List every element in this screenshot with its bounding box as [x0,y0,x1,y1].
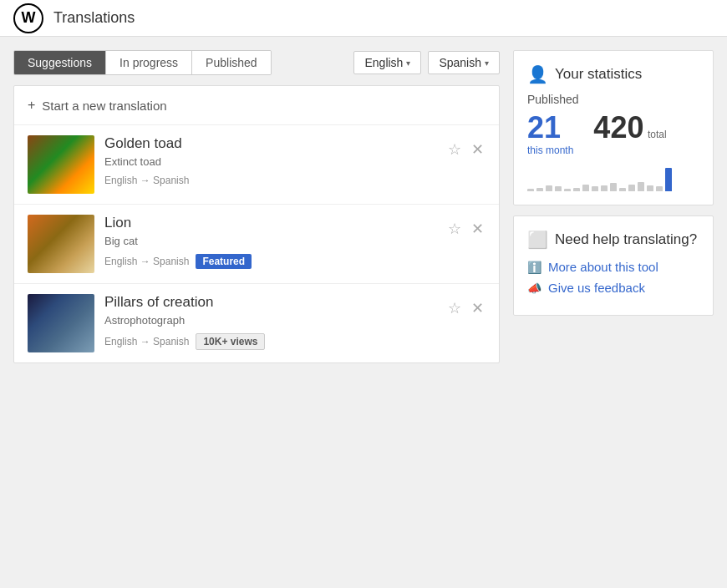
article-thumbnail [28,215,94,273]
article-lang: English → Spanish [104,336,189,347]
views-badge: 10K+ views [196,333,265,350]
stat-total-value: 420 [593,110,643,144]
article-actions: ☆✕ [446,215,486,240]
stat-this-month: 21 this month [527,113,573,156]
stat-total-label: total [648,129,667,140]
article-meta: English → Spanish [104,175,436,186]
article-info: Golden toadExtinct toadEnglish → Spanish [104,135,436,186]
bar [555,186,562,191]
tab-suggestions[interactable]: Suggestions [14,51,106,74]
article-title[interactable]: Golden toad [104,135,436,152]
wiki-logo: W [13,3,43,33]
article-list: Golden toadExtinct toadEnglish → Spanish… [14,125,499,362]
top-bar: W Translations [0,0,727,37]
featured-badge: Featured [196,254,252,269]
bar [527,189,534,191]
tab-group: Suggestions In progress Published [13,50,272,75]
left-panel: Suggestions In progress Published Englis… [13,50,500,575]
bar-chart [527,166,699,191]
bar [592,186,598,191]
star-button[interactable]: ☆ [446,218,463,240]
help-link-label: Give us feedback [548,281,645,295]
chevron-down-icon: ▾ [406,58,410,68]
plus-icon: + [28,98,35,113]
help-card: ⬜ Need help translating? ℹ️More about th… [513,215,714,316]
bar [647,185,653,191]
stat-this-month-value: 21 [527,113,573,143]
article-lang: English → Spanish [104,256,189,267]
help-link-label: More about this tool [548,260,658,274]
stats-title: Your statistics [555,66,642,83]
tab-in-progress[interactable]: In progress [106,51,192,74]
bar [619,188,626,191]
help-title: Need help translating? [555,231,697,248]
info-icon: ℹ️ [527,261,541,274]
tab-published[interactable]: Published [192,51,271,74]
article-row: Golden toadExtinct toadEnglish → Spanish… [14,125,499,205]
help-header: ⬜ Need help translating? [527,230,699,250]
article-subtitle: Astrophotograph [104,314,436,327]
stats-numbers: 21 this month 420 total [527,113,699,156]
megaphone-icon: 📣 [527,281,541,295]
article-thumbnail [28,135,94,194]
bar [564,189,571,191]
bar [665,168,672,191]
article-meta: English → Spanish10K+ views [104,333,436,350]
article-row: LionBig catEnglish → SpanishFeatured☆✕ [14,205,499,284]
translate-icon: ⬜ [527,230,548,250]
bar [628,185,635,191]
article-thumbnail [28,294,94,352]
article-lang: English → Spanish [104,175,189,186]
article-info: Pillars of creationAstrophotographEnglis… [104,294,436,350]
tab-bar: Suggestions In progress Published Englis… [13,50,500,75]
content-card: + Start a new translation Golden toadExt… [13,85,500,363]
bar [573,188,580,191]
target-language-filter[interactable]: Spanish ▾ [428,51,500,74]
right-panel: 👤 Your statistics Published 21 this mont… [513,50,714,575]
stats-header: 👤 Your statistics [527,64,699,84]
dismiss-button[interactable]: ✕ [470,297,486,319]
bar [601,185,608,191]
bar [638,182,644,191]
filter-group: English ▾ Spanish ▾ [347,51,500,74]
dismiss-button[interactable]: ✕ [470,139,486,160]
bar [582,185,589,191]
dismiss-button[interactable]: ✕ [470,218,486,240]
stat-this-month-label: this month [527,144,573,156]
stats-published-label: Published [527,93,699,106]
article-actions: ☆✕ [446,135,486,160]
more-about-link[interactable]: ℹ️More about this tool [527,260,699,274]
person-icon: 👤 [527,64,548,84]
feedback-link[interactable]: 📣Give us feedback [527,281,699,295]
article-title[interactable]: Lion [104,215,436,231]
star-button[interactable]: ☆ [446,139,463,160]
star-button[interactable]: ☆ [446,297,463,319]
bar [546,185,552,191]
chevron-down-icon: ▾ [485,58,489,68]
article-info: LionBig catEnglish → SpanishFeatured [104,215,436,269]
article-title[interactable]: Pillars of creation [104,294,436,311]
bar [656,186,663,191]
article-meta: English → SpanishFeatured [104,254,436,269]
bar [610,183,617,191]
new-translation-label: Start a new translation [42,99,166,113]
stat-total: 420 total [593,113,666,143]
article-subtitle: Big cat [104,235,436,247]
new-translation-row[interactable]: + Start a new translation [14,86,499,125]
help-links: ℹ️More about this tool📣Give us feedback [527,260,699,295]
article-actions: ☆✕ [446,294,486,319]
stats-card: 👤 Your statistics Published 21 this mont… [513,50,714,205]
bar [536,188,543,191]
page-title: Translations [53,9,135,27]
main-layout: Suggestions In progress Published Englis… [0,37,727,588]
article-row: Pillars of creationAstrophotographEnglis… [14,284,499,362]
article-subtitle: Extinct toad [104,155,436,168]
source-language-filter[interactable]: English ▾ [353,51,421,74]
